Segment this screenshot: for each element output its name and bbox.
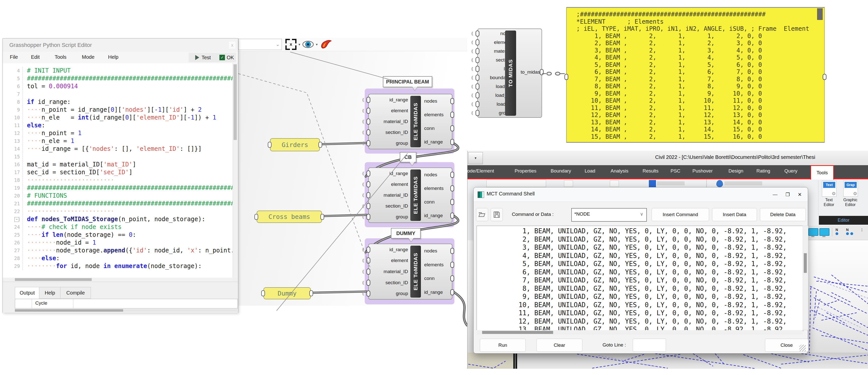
goto-line-input[interactable]	[633, 339, 666, 352]
output-conn[interactable]: conn	[422, 199, 452, 205]
civil-tab-query[interactable]: Query	[784, 168, 798, 174]
value-panel-girders[interactable]: Girders	[270, 138, 320, 151]
code-line-12[interactable]: 12····n_point = 1	[3, 129, 232, 137]
value-panel-cross-beams[interactable]: Cross beams	[257, 210, 322, 223]
bottom-scrollbar[interactable]	[15, 309, 237, 312]
code-line-29[interactable]: 29········for id, node in enumerate(node…	[3, 262, 232, 270]
code-line-28[interactable]: 28····else:	[3, 255, 232, 262]
ele-tomidas-component-3[interactable]: ((id_range((element((material_ID((sectio…	[368, 243, 453, 299]
code-line-4[interactable]: 4# INIT INPUT	[3, 67, 232, 75]
code-line-11[interactable]: 11else:	[3, 121, 232, 129]
resize-grip[interactable]	[799, 345, 806, 351]
output-elements[interactable]: elements	[422, 185, 452, 191]
chevron-down-icon[interactable]: ▾	[299, 42, 300, 47]
civil-tab-boundary[interactable]: Boundary	[551, 168, 571, 174]
civil-titlebar[interactable]: ▼ Civil 2022 - [C:\Users\Vale Boretti\Do…	[467, 151, 868, 166]
insert-command-button[interactable]: Insert Command	[652, 208, 709, 221]
input-material_ID[interactable]: ((material_ID	[369, 193, 409, 198]
code-line-26[interactable]: 26········node_id = 1	[3, 239, 232, 247]
command-combo[interactable]: *NODE ∨	[571, 208, 647, 222]
civil-tab-tools-active[interactable]: Tools	[810, 165, 834, 179]
group-tag-principal-beam[interactable]: PRINCIPAL BEAM	[383, 76, 432, 87]
civil-tab-load[interactable]: Load	[585, 168, 595, 174]
input-section_ID[interactable]: ((section_ID	[369, 203, 409, 209]
code-line-6[interactable]: 6tol = 0.000914	[3, 83, 232, 90]
test-button[interactable]: Test	[189, 53, 217, 62]
output-id_range[interactable]: id_range	[422, 289, 452, 295]
ele-tomidas-component-1[interactable]: ((id_range((element((material_ID((sectio…	[368, 94, 453, 149]
output-conn[interactable]: conn	[422, 276, 452, 281]
input-id_range[interactable]: ((id_range	[369, 97, 409, 103]
code-line-5[interactable]: 5#######################################…	[3, 75, 232, 83]
input-section_ID[interactable]: ((section_ID	[369, 129, 409, 135]
code-line-24[interactable]: 24····# check if node exists	[3, 223, 232, 231]
menu-file[interactable]: File	[10, 54, 18, 60]
code-line-13[interactable]: 13····n_ele = 1	[3, 137, 232, 145]
menu-mode[interactable]: Mode	[82, 54, 94, 60]
code-line-16[interactable]: 16mat_id = material_ID['mat_ID']	[3, 161, 232, 169]
maximize-icon[interactable]: ❐	[783, 190, 793, 199]
code-line-19[interactable]: 19######################################…	[3, 184, 232, 192]
insert-data-button[interactable]: Insert Data	[712, 208, 757, 221]
clear-button[interactable]: Clear	[536, 339, 582, 352]
civil-tab-results[interactable]: Results	[643, 168, 658, 174]
code-editor[interactable]: 4# INIT INPUT5##########################…	[3, 63, 232, 278]
input-element[interactable]: ((element	[369, 258, 409, 263]
dynamic-report-icon[interactable]	[716, 180, 723, 187]
group-tag-cb[interactable]: CB	[400, 152, 416, 163]
code-line-14[interactable]: 14····id_range = [{'nodes': [], 'element…	[3, 145, 232, 153]
run-button[interactable]: Run	[480, 339, 526, 352]
save-button[interactable]	[491, 208, 503, 221]
output-elements[interactable]: elements	[422, 112, 452, 117]
tomidas-output-to_midas[interactable]: to_midas	[521, 69, 540, 75]
value-panel-dummy[interactable]: Dummy	[264, 287, 311, 299]
tab-help[interactable]: Help	[39, 287, 61, 298]
code-line-27[interactable]: 27········node_storage.append({'id': nod…	[3, 247, 232, 255]
minimize-icon[interactable]: —	[770, 190, 780, 199]
editor-titlebar[interactable]: Grasshopper Python Script Editor x	[3, 38, 238, 52]
quick-access-button[interactable]: ▼	[468, 152, 483, 164]
code-line-23[interactable]: 23def nodes_ToMIDAS_Storage(n_point, nod…	[3, 215, 232, 223]
bill-of-materials-icon[interactable]	[649, 180, 656, 187]
code-line-22[interactable]: 22························	[3, 207, 232, 215]
menu-tools[interactable]: Tools	[55, 54, 66, 60]
input-group[interactable]: ((group	[369, 291, 409, 296]
ele-tomidas-component-2[interactable]: ((id_range((element((material_ID((sectio…	[368, 168, 453, 223]
code-line-21[interactable]: 21######################################…	[3, 200, 232, 207]
close-icon[interactable]: x	[229, 41, 236, 49]
midas-output-panel[interactable]: ;#######################################…	[566, 7, 825, 143]
output-id_range[interactable]: id_range	[422, 213, 452, 219]
code-line-15[interactable]: 15	[3, 153, 232, 161]
canvas-dropdown[interactable]: ⌄	[238, 39, 282, 50]
output-conn[interactable]: conn	[422, 125, 452, 131]
mct-vertical-scrollbar[interactable]	[803, 226, 808, 330]
tab-output[interactable]: Output	[15, 287, 39, 298]
civil-tab-rating[interactable]: Rating	[756, 168, 770, 174]
dialog-titlebar[interactable]: MCT Command Shell — ❐ ✕	[473, 188, 808, 202]
input-id_range[interactable]: ((id_range	[369, 171, 409, 176]
element-number-icon[interactable]: N	[846, 228, 853, 236]
input-group[interactable]: ((group	[369, 141, 409, 146]
civil-tab-properties[interactable]: Properties	[515, 168, 536, 174]
input-material_ID[interactable]: ((material_ID	[369, 119, 409, 124]
code-line-17[interactable]: 17sec_id = section_ID['sec_ID']	[3, 169, 232, 176]
output-nodes[interactable]: nodes	[422, 98, 452, 104]
output-cycle-item[interactable]: Cycle	[35, 300, 48, 306]
code-line-9[interactable]: 9····n_point = id_range[0]['nodes'][-1][…	[3, 106, 232, 114]
output-id_range[interactable]: id_range	[422, 139, 452, 145]
paint-flame-icon[interactable]	[320, 39, 333, 50]
code-vertical-scrollbar[interactable]	[233, 63, 238, 278]
tomidas-component[interactable]: ((nodes((elements((materials((sections((…	[477, 29, 542, 118]
code-line-25[interactable]: 25····if len(node_storage) == 0:	[3, 231, 232, 239]
gh-python-editor-window[interactable]: Grasshopper Python Script Editor x File …	[2, 38, 238, 313]
close-icon[interactable]: ✕	[795, 190, 805, 199]
chevron-down-icon[interactable]: ▾	[316, 42, 318, 47]
mct-text-area[interactable]: 1, BEAM, UNILOAD, GZ, NO, YES, 0, LY, 0,…	[476, 226, 803, 331]
group-tag-dummy[interactable]: DUMMY	[391, 228, 421, 238]
civil-tab-pushover[interactable]: Pushover	[692, 168, 713, 174]
input-material_ID[interactable]: ((material_ID	[369, 269, 409, 275]
input-element[interactable]: ((element	[369, 108, 409, 114]
code-line-7[interactable]: 7	[3, 90, 232, 98]
civil-tab-design[interactable]: Design	[728, 168, 743, 174]
menu-help[interactable]: Help	[108, 54, 118, 60]
